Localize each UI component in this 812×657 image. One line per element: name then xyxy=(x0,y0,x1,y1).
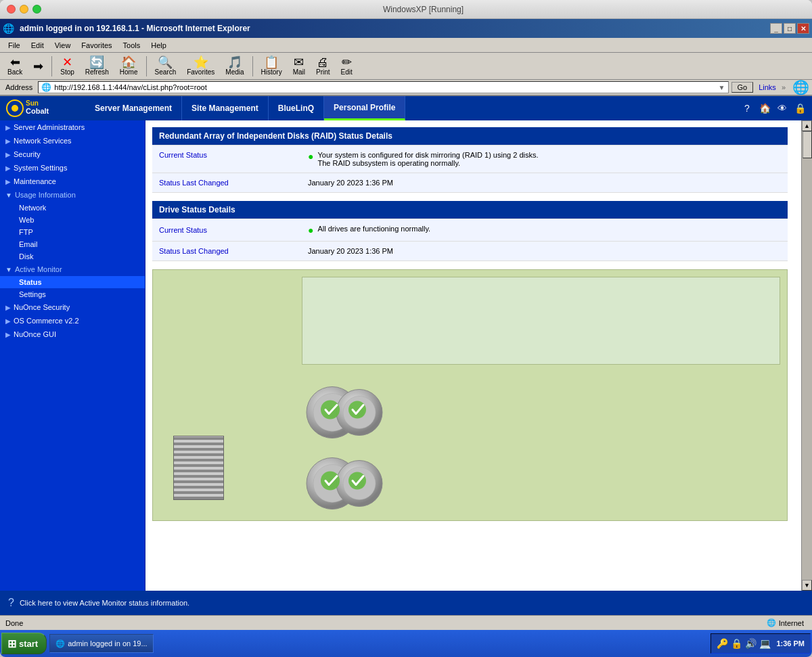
bottom-info-bar[interactable]: ? Click here to view Active Monitor stat… xyxy=(0,591,812,615)
help-icon[interactable]: ? xyxy=(740,101,754,115)
main-body: ▶ Server Administrators ▶ Network Servic… xyxy=(0,120,812,591)
ie-restore-button[interactable]: □ xyxy=(784,23,796,34)
media-button[interactable]: 🎵 Media xyxy=(221,54,248,78)
mac-maximize-button[interactable] xyxy=(32,5,41,14)
raid-last-changed-label: Status Last Changed xyxy=(152,173,301,193)
content-area[interactable]: Redundant Array of Independent Disks (RA… xyxy=(145,120,801,591)
refresh-icon: 🔄 xyxy=(89,56,104,68)
tray-icon-2: 🔒 xyxy=(731,638,742,649)
sidebar-sub-item-status[interactable]: Status xyxy=(0,276,145,288)
back-button[interactable]: ⬅ Back xyxy=(3,54,27,78)
ie-status-bar: Done 🌐 Internet xyxy=(0,615,812,630)
scroll-down-arrow[interactable]: ▼ xyxy=(802,580,812,591)
eye-icon[interactable]: 👁 xyxy=(775,101,789,115)
sidebar-item-active-monitor[interactable]: ▼ Active Monitor xyxy=(0,263,145,276)
ie-minimize-button[interactable]: _ xyxy=(770,23,782,34)
drive-table-header: Drive Status Details xyxy=(152,201,788,219)
sidebar-sub-item-disk[interactable]: Disk xyxy=(0,250,145,263)
toolbar-separator-2 xyxy=(146,56,147,76)
sidebar-arrow-nuonce-security: ▶ xyxy=(5,304,11,311)
mac-close-button[interactable] xyxy=(7,5,16,14)
sidebar-item-nuonce-security[interactable]: ▶ NuOnce Security xyxy=(0,300,145,314)
home-nav-icon[interactable]: 🏠 xyxy=(758,101,771,115)
go-button[interactable]: Go xyxy=(731,82,754,93)
drive-icons xyxy=(302,378,780,514)
scroll-thumb[interactable] xyxy=(803,131,812,158)
drive-right-panel xyxy=(295,277,780,514)
raid-status-text: Your system is configured for disk mirro… xyxy=(317,151,538,167)
sc-nav-server-management[interactable]: Server Management xyxy=(85,96,182,120)
menu-tools[interactable]: Tools xyxy=(118,40,146,51)
tray-time: 1:36 PM xyxy=(773,639,805,648)
svg-text:Sun: Sun xyxy=(26,99,39,107)
mac-minimize-button[interactable] xyxy=(20,5,28,14)
menu-file[interactable]: File xyxy=(3,40,26,51)
menu-favorites[interactable]: Favorites xyxy=(76,40,117,51)
edit-icon: ✏ xyxy=(342,56,352,68)
ie-close-button[interactable]: ✕ xyxy=(797,23,809,34)
drive-status-table: Drive Status Details Current Status ● Al… xyxy=(152,201,788,261)
raid-status-table: Redundant Array of Independent Disks (RA… xyxy=(152,127,788,193)
history-icon: 📋 xyxy=(264,56,279,68)
raid-current-status-label: Current Status xyxy=(152,145,301,173)
sidebar-item-maintenance[interactable]: ▶ Maintenance xyxy=(0,175,145,188)
address-input-wrap[interactable]: 🌐 ▼ xyxy=(38,81,728,93)
taskbar-ie-item[interactable]: 🌐 admin logged in on 19... xyxy=(49,634,153,653)
stop-button[interactable]: ✕ Stop xyxy=(55,54,79,78)
raid-current-status-value: ● Your system is configured for disk mir… xyxy=(301,145,788,173)
drive-last-changed-row: Status Last Changed January 20 2023 1:36… xyxy=(152,242,788,261)
toolbar: ⬅ Back ➡ ✕ Stop 🔄 Refresh 🏠 Home 🔍 xyxy=(0,53,812,80)
logout-icon[interactable]: 🔒 xyxy=(793,101,807,115)
mac-window-controls xyxy=(7,5,41,14)
sidebar-arrow-security: ▶ xyxy=(5,151,11,158)
forward-button[interactable]: ➡ xyxy=(28,58,48,74)
taskbar-items: 🌐 admin logged in on 19... xyxy=(47,634,709,653)
right-scrollbar[interactable]: ▲ ▼ xyxy=(801,120,812,591)
sc-nav: Server Management Site Management BlueLi… xyxy=(85,96,735,120)
menu-help[interactable]: Help xyxy=(145,40,172,51)
sc-nav-site-management[interactable]: Site Management xyxy=(182,96,269,120)
edit-button[interactable]: ✏ Edit xyxy=(336,54,357,78)
drive-last-changed-value: January 20 2023 1:36 PM xyxy=(301,242,788,261)
sidebar-arrow-server-administrators: ▶ xyxy=(5,124,11,131)
mail-button[interactable]: ✉ Mail xyxy=(288,54,310,78)
toolbar-separator-3 xyxy=(252,56,253,76)
search-button[interactable]: 🔍 Search xyxy=(150,54,181,78)
sidebar: ▶ Server Administrators ▶ Network Servic… xyxy=(0,120,145,591)
history-button[interactable]: 📋 History xyxy=(256,54,287,78)
sidebar-sub-item-ftp[interactable]: FTP xyxy=(0,226,145,238)
sidebar-item-usage-information[interactable]: ▼ Usage Information xyxy=(0,188,145,202)
menu-edit[interactable]: Edit xyxy=(26,40,49,51)
sidebar-arrow-system-settings: ▶ xyxy=(5,164,11,172)
start-button[interactable]: ⊞ start xyxy=(1,633,47,654)
scroll-track xyxy=(802,131,812,580)
sidebar-sub-item-settings[interactable]: Settings xyxy=(0,288,145,300)
sidebar-item-security[interactable]: ▶ Security xyxy=(0,148,145,161)
scroll-up-arrow[interactable]: ▲ xyxy=(802,120,812,131)
sc-nav-personal-profile[interactable]: Personal Profile xyxy=(324,96,405,120)
media-icon: 🎵 xyxy=(227,56,242,68)
favorites-button[interactable]: ⭐ Favorites xyxy=(182,54,219,78)
links-label[interactable]: Links xyxy=(756,83,779,91)
sidebar-item-network-services[interactable]: ▶ Network Services xyxy=(0,134,145,148)
refresh-button[interactable]: 🔄 Refresh xyxy=(81,54,114,78)
home-button[interactable]: 🏠 Home xyxy=(115,54,143,78)
address-input[interactable] xyxy=(54,83,718,91)
sidebar-item-server-administrators[interactable]: ▶ Server Administrators xyxy=(0,120,145,134)
raid-status-content: ● Your system is configured for disk mir… xyxy=(308,151,781,167)
raid-status-dot: ● xyxy=(308,151,313,162)
sc-header-icons: ? 🏠 👁 🔒 xyxy=(735,101,812,115)
sc-nav-bluelinq[interactable]: BlueLinQ xyxy=(269,96,324,120)
forward-icon: ➡ xyxy=(33,60,43,72)
sidebar-sub-item-network[interactable]: Network xyxy=(0,202,145,214)
sidebar-item-os-commerce[interactable]: ▶ OS Commerce v2.2 xyxy=(0,314,145,327)
menu-view[interactable]: View xyxy=(49,40,76,51)
print-button[interactable]: 🖨 Print xyxy=(311,54,335,78)
sidebar-sub-item-email[interactable]: Email xyxy=(0,238,145,250)
svg-point-18 xyxy=(321,472,340,491)
sidebar-item-system-settings[interactable]: ▶ System Settings xyxy=(0,161,145,175)
sidebar-sub-item-web[interactable]: Web xyxy=(0,214,145,226)
sidebar-item-nuonce-gui[interactable]: ▶ NuOnce GUI xyxy=(0,327,145,341)
striped-box xyxy=(173,436,224,500)
svg-point-1 xyxy=(12,105,18,112)
